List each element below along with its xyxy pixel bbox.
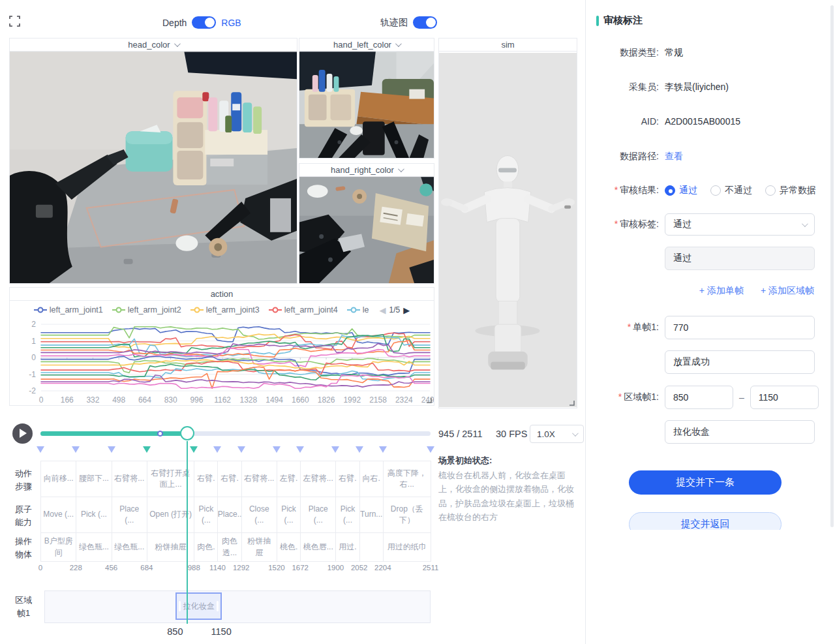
frame-axis-label: 1520 <box>268 564 285 572</box>
legend-item-left_arm_joint3[interactable]: left_arm_joint3 <box>190 305 260 314</box>
segment-marker-1520[interactable] <box>273 446 281 453</box>
legend-item-left_arm_joint2[interactable]: left_arm_joint2 <box>112 305 181 314</box>
segment-marker-0[interactable] <box>37 446 44 453</box>
atomic-ability-cell[interactable]: Place (... <box>301 497 336 533</box>
action-step-cell[interactable]: 左臂. <box>277 461 301 497</box>
action-step-cell[interactable]: 向前移... <box>41 461 76 497</box>
radio-pass[interactable]: 通过 <box>665 185 697 196</box>
region-start-input[interactable] <box>665 386 733 409</box>
object-cell[interactable]: 肉色. <box>194 533 218 562</box>
depth-rgb-toggle[interactable] <box>192 16 216 29</box>
review-tag-value: 通过 <box>673 219 691 230</box>
play-button[interactable] <box>12 423 33 444</box>
segment-marker-456[interactable] <box>108 446 115 453</box>
review-tag-note[interactable]: 通过 <box>665 247 815 270</box>
action-step-cell[interactable]: 向右. <box>360 461 384 497</box>
object-cell[interactable]: 绿色瓶... <box>112 533 147 562</box>
segment-marker-1672[interactable] <box>296 446 304 453</box>
review-tag-select[interactable]: 通过 <box>665 213 815 236</box>
segment-marker-228[interactable] <box>72 446 80 453</box>
trajectory-toggle[interactable] <box>413 16 437 29</box>
sim-panel: sim <box>438 38 577 408</box>
resize-corner-icon[interactable] <box>425 397 432 403</box>
segment-marker-1140[interactable] <box>213 446 221 453</box>
atomic-ability-cell[interactable]: Close (... <box>242 497 277 533</box>
action-step-cell[interactable]: 右臂将... <box>242 461 277 497</box>
action-step-cell[interactable]: 高度下降，右... <box>384 461 431 497</box>
timeline-handle[interactable] <box>180 426 194 440</box>
plus-icon: + <box>761 285 768 296</box>
atomic-ability-cell[interactable]: Pick (... <box>194 497 218 533</box>
single-frame-note[interactable]: 放置成功 <box>665 350 815 374</box>
action-step-cell[interactable]: 右臂. <box>336 461 359 497</box>
object-cell[interactable] <box>360 533 384 562</box>
add-region-frame-link[interactable]: + 添加区域帧 <box>761 285 814 297</box>
legend-item-left_arm_joint1[interactable]: left_arm_joint1 <box>34 305 103 314</box>
resize-corner-icon[interactable] <box>568 399 575 406</box>
legend-item-le[interactable]: le <box>347 305 369 314</box>
head-camera-selector[interactable]: head_color <box>10 38 297 52</box>
add-single-frame-link[interactable]: + 添加单帧 <box>699 285 744 297</box>
chevron-down-icon <box>174 40 181 47</box>
atomic-ability-cell[interactable]: Place (... <box>112 497 147 533</box>
object-cell[interactable]: 肉色透... <box>218 533 241 562</box>
fullscreen-icon[interactable] <box>9 16 20 27</box>
action-step-cell[interactable]: 左臂将... <box>301 461 336 497</box>
segment-marker-1292[interactable] <box>237 446 245 453</box>
action-step-cell[interactable]: 腰部下... <box>76 461 112 497</box>
segment-marker-988[interactable] <box>190 446 198 453</box>
data-path-view-link[interactable]: 查看 <box>665 151 683 162</box>
svg-text:830: 830 <box>164 395 177 405</box>
range-handle-right[interactable] <box>217 601 219 611</box>
segment-marker-684[interactable] <box>143 446 151 453</box>
atomic-ability-cell[interactable]: Drop（丢下） <box>384 497 431 533</box>
segment-marker-2204[interactable] <box>379 446 387 453</box>
action-chart-panel: action left_arm_joint1left_arm_joint2lef… <box>9 287 434 406</box>
object-cell[interactable]: B户型房间 <box>41 533 76 562</box>
hand-left-camera-selector[interactable]: hand_left_color <box>299 38 434 52</box>
region-end-input[interactable] <box>750 386 819 409</box>
region-frame-note[interactable]: 拉化妆盒 <box>665 420 815 444</box>
action-step-cell[interactable]: 右臂. <box>218 461 241 497</box>
segment-marker-2511[interactable] <box>427 446 434 453</box>
action-line-chart[interactable]: 210-1-2016633249866483099611621328149416… <box>10 318 434 405</box>
panel-scrollbar[interactable] <box>830 5 834 527</box>
atomic-ability-cell[interactable]: Pick (... <box>336 497 359 533</box>
range-handle-left[interactable] <box>179 601 181 611</box>
segment-marker-2052[interactable] <box>356 446 363 453</box>
radio-abnormal[interactable]: 异常数据 <box>765 185 816 196</box>
region-frame-range[interactable]: 拉化妆盒 <box>175 592 222 620</box>
atomic-ability-cell[interactable]: Place.. <box>218 497 241 533</box>
atomic-ability-cell[interactable]: Turn... <box>360 497 384 533</box>
svg-text:166: 166 <box>61 395 74 405</box>
speed-select[interactable]: 1.0X <box>530 425 584 443</box>
action-step-cell[interactable]: 右臂. <box>194 461 218 497</box>
atomic-ability-cell[interactable]: Pick (... <box>76 497 112 533</box>
action-step-cell[interactable]: 右臂将... <box>112 461 147 497</box>
region-frame-track[interactable]: 拉化妆盒 <box>44 590 431 623</box>
object-cell[interactable]: 绿色瓶... <box>76 533 112 562</box>
submit-return-button[interactable]: 提交并返回 <box>629 512 782 530</box>
object-cell[interactable]: 桃色. <box>277 533 301 562</box>
submit-next-button[interactable]: 提交并下一条 <box>629 470 782 495</box>
legend-next-icon[interactable]: ▶ <box>403 305 410 315</box>
action-chart-title: action <box>211 289 234 299</box>
legend-item-left_arm_joint4[interactable]: left_arm_joint4 <box>269 305 338 314</box>
segment-marker-1900[interactable] <box>331 446 339 453</box>
atomic-ability-cell[interactable]: Pick (... <box>277 497 301 533</box>
object-cell[interactable]: 桃色唇... <box>301 533 336 562</box>
step-table: 向前移...Move (...B户型房间腰部下...Pick (...绿色瓶..… <box>40 461 431 562</box>
radio-fail[interactable]: 不通过 <box>710 185 752 196</box>
legend-prev-icon[interactable]: ◀ <box>380 305 386 315</box>
trajectory-label: 轨迹图 <box>380 17 408 29</box>
legend-page-number: 1/5 <box>389 305 401 314</box>
sim-viewport[interactable] <box>439 52 577 408</box>
atomic-ability-cell[interactable]: Move (... <box>41 497 76 533</box>
object-cell[interactable]: 粉饼抽屉 <box>242 533 277 562</box>
single-frame-input[interactable] <box>665 316 815 339</box>
svg-text:0: 0 <box>31 353 36 362</box>
object-cell[interactable]: 用过的纸巾 <box>384 533 431 562</box>
frame-axis-label: 988 <box>188 564 200 572</box>
hand-right-camera-selector[interactable]: hand_right_color <box>299 164 434 177</box>
object-cell[interactable]: 用过. <box>336 533 359 562</box>
